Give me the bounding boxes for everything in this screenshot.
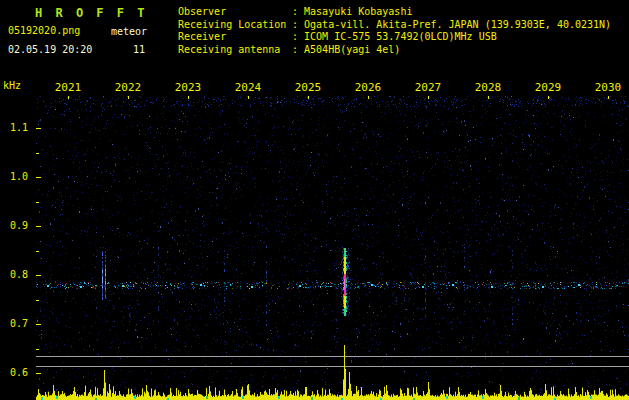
station-row-label: Observer bbox=[178, 6, 292, 19]
y-tick-label: 1.0 bbox=[10, 171, 32, 182]
x-tick-label: 2026 bbox=[353, 81, 383, 94]
filename-label: 05192020.png bbox=[8, 25, 80, 36]
y-tick-label: 0.9 bbox=[10, 220, 32, 231]
station-row-colon: : bbox=[292, 19, 304, 32]
y-tick-label: 0.8 bbox=[10, 269, 32, 280]
station-info: Observer: Masayuki KobayashiReceiving Lo… bbox=[178, 6, 611, 56]
mode-label: meteor bbox=[111, 26, 147, 37]
x-tick-label: 2021 bbox=[53, 81, 83, 94]
hrofft-output-image: H R O F F T 05192020.png meteor 02.05.19… bbox=[0, 0, 629, 400]
station-row-value: A504HB(yagi 4el) bbox=[304, 44, 400, 57]
x-tick-label: 2030 bbox=[593, 81, 623, 94]
x-tick-label: 2028 bbox=[473, 81, 503, 94]
x-tick-label: 2023 bbox=[173, 81, 203, 94]
station-row-colon: : bbox=[292, 44, 304, 57]
station-row-label: Receiving antenna bbox=[178, 44, 292, 57]
x-tick-label: 2024 bbox=[233, 81, 263, 94]
meteor-count: 11 bbox=[133, 44, 145, 55]
station-row: Receiving Location: Ogata-vill. Akita-Pr… bbox=[178, 19, 611, 32]
y-axis-unit: kHz bbox=[3, 80, 21, 91]
x-tick-label: 2029 bbox=[533, 81, 563, 94]
y-tick-label: 0.6 bbox=[10, 367, 32, 378]
station-row-value: Masayuki Kobayashi bbox=[304, 6, 412, 19]
station-row: Receiving antenna: A504HB(yagi 4el) bbox=[178, 44, 611, 57]
datetime-label: 02.05.19 20:20 bbox=[8, 44, 92, 55]
y-tick-label: 1.1 bbox=[10, 122, 32, 133]
x-tick-label: 2025 bbox=[293, 81, 323, 94]
y-tick-label: 0.7 bbox=[10, 318, 32, 329]
station-row: Receiver: ICOM IC-575 53.7492(0LCD)MHz U… bbox=[178, 31, 611, 44]
x-tick-label: 2027 bbox=[413, 81, 443, 94]
x-tick-label: 2022 bbox=[113, 81, 143, 94]
station-row-colon: : bbox=[292, 6, 304, 19]
app-title: H R O F F T bbox=[35, 6, 147, 20]
station-row-label: Receiver bbox=[178, 31, 292, 44]
station-row-value: ICOM IC-575 53.7492(0LCD)MHz USB bbox=[304, 31, 497, 44]
station-row-value: Ogata-vill. Akita-Pref. JAPAN (139.9303E… bbox=[304, 19, 611, 32]
station-row: Observer: Masayuki Kobayashi bbox=[178, 6, 611, 19]
spectrogram-canvas bbox=[36, 96, 629, 400]
station-row-colon: : bbox=[292, 31, 304, 44]
station-row-label: Receiving Location bbox=[178, 19, 292, 32]
